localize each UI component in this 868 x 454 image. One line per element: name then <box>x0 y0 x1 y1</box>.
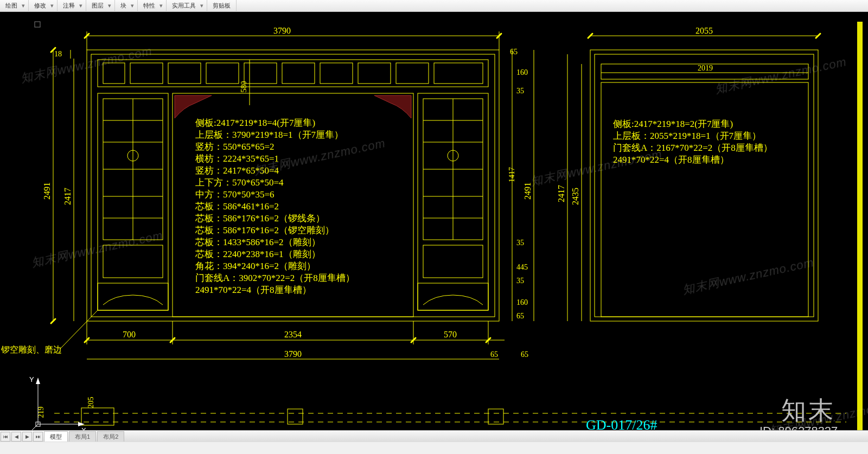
dim-header: 580 <box>240 81 248 93</box>
spec-left: 侧板:2417*219*18=4(开7厘隼) 上层板：3790*219*18=1… <box>195 118 355 295</box>
dim-h1: 2491 <box>42 182 52 200</box>
dim-h2: 2417 <box>63 188 72 205</box>
tab-nav-prev[interactable]: ◀ <box>11 432 21 442</box>
panel-clipboard[interactable]: 剪贴板 <box>207 0 237 12</box>
panel-utils[interactable]: 实用工具 ▾ <box>167 0 207 12</box>
svg-text:35: 35 <box>516 239 524 247</box>
ribbon-panel-bar: 绘图 ▾ 修改 ▾ 注释 ▾ 图层 ▾ 块 ▾ 特性 ▾ 实用工具 ▾ 剪贴板 <box>0 0 868 12</box>
tab-nav-last[interactable]: ⏭ <box>33 432 43 442</box>
watermark-text: 知末网www.znzmo.com <box>529 147 663 188</box>
panel-label: 图层 <box>88 2 107 10</box>
svg-text:2354: 2354 <box>284 330 302 339</box>
panel-label: 绘图 <box>2 2 21 10</box>
panel-draw[interactable]: 绘图 ▾ <box>0 0 29 12</box>
svg-text:上下方：570*65*50=4: 上下方：570*65*50=4 <box>195 177 284 188</box>
layout-tab-bar: ⏮ ◀ ▶ ⏭ 模型 布局1 布局2 <box>0 430 868 442</box>
svg-text:2491*70*22=4（开8厘隼槽）: 2491*70*22=4（开8厘隼槽） <box>613 155 729 165</box>
svg-rect-6 <box>206 63 239 84</box>
dim-top-edge: 18 <box>54 50 62 58</box>
svg-text:445: 445 <box>516 263 528 271</box>
svg-text:3790: 3790 <box>284 349 302 359</box>
panel-label: 注释 <box>60 2 78 10</box>
svg-text:2019: 2019 <box>698 64 713 72</box>
svg-text:35: 35 <box>516 277 524 285</box>
svg-rect-10 <box>358 63 391 84</box>
svg-text:门套线A：3902*70*22=2（开8厘隼槽）: 门套线A：3902*70*22=2（开8厘隼槽） <box>195 273 355 283</box>
watermark-layer: 知末网www.znzmo.com 知末网www.znzmo.com 知末网www… <box>20 44 868 438</box>
svg-text:2435: 2435 <box>571 188 580 205</box>
svg-text:160: 160 <box>516 68 528 76</box>
svg-rect-22 <box>418 283 488 310</box>
svg-rect-11 <box>396 63 429 84</box>
svg-text:1417: 1417 <box>508 167 516 182</box>
panel-label: 块 <box>117 2 130 10</box>
svg-text:锣空雕刻、磨边: 锣空雕刻、磨边 <box>1 345 62 354</box>
svg-text:Y: Y <box>29 375 34 383</box>
tab-nav-next[interactable]: ▶ <box>22 432 32 442</box>
chevron-down-icon[interactable]: ▾ <box>21 2 26 9</box>
svg-text:570: 570 <box>444 330 457 339</box>
svg-rect-21 <box>98 283 168 310</box>
watermark-text: 知末网www.znzmo.com <box>681 255 815 297</box>
brand-watermark: 知末 <box>781 396 835 424</box>
panel-label: 剪贴板 <box>209 2 234 10</box>
svg-rect-2 <box>98 60 488 87</box>
chevron-down-icon[interactable]: ▾ <box>78 2 84 9</box>
chevron-down-icon[interactable]: ▾ <box>107 2 112 9</box>
panel-annotate[interactable]: 注释 ▾ <box>58 0 86 12</box>
svg-rect-9 <box>320 63 353 84</box>
svg-marker-103 <box>36 378 40 384</box>
svg-text:2055: 2055 <box>695 26 713 35</box>
tab-layout1[interactable]: 布局1 <box>69 431 96 442</box>
panel-props[interactable]: 特性 ▾ <box>138 0 167 12</box>
svg-text:竖枋：550*65*65=2: 竖枋：550*65*65=2 <box>195 142 275 152</box>
panel-label: 实用工具 <box>169 2 199 10</box>
svg-text:角花：394*240*16=2（雕刻）: 角花：394*240*16=2（雕刻） <box>195 261 316 271</box>
watermark-text: 知末网www.znzmo.com <box>714 55 848 96</box>
svg-rect-77 <box>595 54 814 317</box>
chevron-down-icon[interactable]: ▾ <box>49 2 55 9</box>
model-viewport[interactable]: 知末网www.znzmo.com 知末网www.znzmo.com 知末网www… <box>0 12 868 442</box>
chevron-down-icon[interactable]: ▾ <box>199 2 205 9</box>
svg-text:上层板：2055*219*18=1（开7厘隼）: 上层板：2055*219*18=1（开7厘隼） <box>613 131 761 141</box>
svg-text:芯板：2240*238*16=1（雕刻）: 芯板：2240*238*16=1（雕刻） <box>195 249 321 259</box>
ucs-icon: Y X <box>29 375 86 434</box>
chevron-down-icon[interactable]: ▾ <box>158 2 164 9</box>
dim-top-w: 3790 <box>273 26 291 35</box>
svg-text:上层板：3790*219*18=1（开7厘隼）: 上层板：3790*219*18=1（开7厘隼） <box>195 130 343 140</box>
chevron-down-icon[interactable]: ▾ <box>130 2 135 9</box>
svg-text:门套线A：2167*70*22=2（开8厘隼槽）: 门套线A：2167*70*22=2（开8厘隼槽） <box>613 143 773 153</box>
panel-modify[interactable]: 修改 ▾ <box>29 0 58 12</box>
panel-layers[interactable]: 图层 ▾ <box>86 0 115 12</box>
svg-line-95 <box>60 310 98 349</box>
watermark-text: 知末网www.znzmo.com <box>30 228 164 270</box>
spec-right: 侧板:2417*219*18=2(开7厘隼) 上层板：2055*219*18=1… <box>613 119 773 165</box>
svg-text:2417: 2417 <box>557 185 566 202</box>
tab-model[interactable]: 模型 <box>44 431 68 442</box>
svg-rect-8 <box>282 63 315 84</box>
svg-text:侧板:2417*219*18=4(开7厘隼): 侧板:2417*219*18=4(开7厘隼) <box>195 118 315 128</box>
panel-label: 修改 <box>31 2 49 10</box>
svg-rect-20 <box>423 245 483 278</box>
dim-rh: 2491 <box>523 182 532 200</box>
svg-rect-5 <box>168 63 201 84</box>
svg-text:65: 65 <box>516 312 524 320</box>
viewport-grip[interactable] <box>35 22 40 27</box>
svg-rect-12 <box>434 63 483 84</box>
drawing-canvas: 知末网www.znzmo.com 知末网www.znzmo.com 知末网www… <box>0 12 868 442</box>
panel-blocks[interactable]: 块 ▾ <box>115 0 138 12</box>
svg-rect-7 <box>244 63 277 84</box>
svg-text:65: 65 <box>521 350 528 359</box>
svg-text:芯板：586*461*16=2: 芯板：586*461*16=2 <box>195 201 279 212</box>
svg-text:160: 160 <box>516 298 528 306</box>
tab-nav-first[interactable]: ⏮ <box>1 432 10 442</box>
svg-text:侧板:2417*219*18=2(开7厘隼): 侧板:2417*219*18=2(开7厘隼) <box>613 119 733 129</box>
svg-text:芯板：586*176*16=2（锣空雕刻）: 芯板：586*176*16=2（锣空雕刻） <box>195 225 334 235</box>
dims-left: 3790 18 65 2491 2417 580 160 35 1417 35 … <box>42 26 534 359</box>
svg-text:65: 65 <box>490 350 498 359</box>
svg-rect-98 <box>81 408 114 425</box>
svg-text:35: 35 <box>516 87 524 95</box>
svg-text:芯板：586*176*16=2（锣线条）: 芯板：586*176*16=2（锣线条） <box>195 213 325 223</box>
svg-rect-4 <box>130 63 163 84</box>
tab-layout2[interactable]: 布局2 <box>97 431 124 442</box>
